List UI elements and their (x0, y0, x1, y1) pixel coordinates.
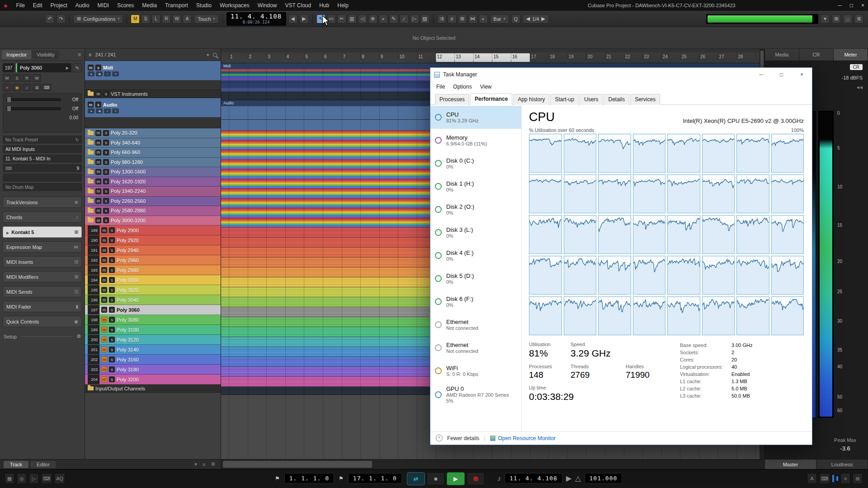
track-row-poly-2980[interactable]: 193msPoly 2980 (85, 265, 221, 275)
track-row-poly-2260-2560[interactable]: msPoly 2260-2560 (85, 197, 221, 206)
close-button[interactable]: × (861, 0, 864, 11)
solo-button[interactable]: s (109, 237, 115, 243)
track-row-poly-340-640[interactable]: msPoly 340-640 (85, 138, 221, 148)
tm-menu-options[interactable]: Options (449, 84, 476, 90)
tab-editor[interactable]: Editor (30, 461, 56, 468)
tab-inspector[interactable]: Inspector (2, 50, 31, 59)
menu-file[interactable]: File (12, 0, 28, 11)
mute-button[interactable]: m (101, 337, 107, 343)
m-button[interactable]: M (3, 74, 11, 82)
inspector-section-midi-inserts[interactable]: MIDI Inserts⊟ (3, 256, 82, 267)
quantize-q-button[interactable]: Q (511, 14, 520, 23)
inspector-section-kontakt-5[interactable]: ▶Kontakt 5⊞ (3, 226, 82, 238)
mute-tool[interactable]: × (379, 14, 388, 23)
tm-maximize-button[interactable]: □ (771, 68, 792, 81)
menu-media[interactable]: Media (138, 0, 161, 11)
tm-sidebar-cpu-0[interactable]: CPU81% 3.29 GHz (430, 106, 521, 129)
folder-icon[interactable] (88, 92, 94, 96)
lock-icon[interactable]: ▪ (104, 108, 111, 113)
folder-icon[interactable] (88, 141, 94, 145)
tm-sidebar-gpu-0-12[interactable]: GPU 0AMD Radeon R7 200 Series5% (430, 382, 521, 407)
track-row-poly-3200[interactable]: 204msPoly 3200 (85, 375, 221, 385)
tab-visibility[interactable]: Visibility (32, 50, 59, 59)
tm-sidebar-disk-3-l-5[interactable]: Disk 3 (L:)0% (430, 221, 521, 244)
mute-button[interactable]: m (101, 247, 107, 253)
output-routing-row[interactable]: 11. Kontakt 5 - MIDI In (3, 155, 82, 163)
folder-icon[interactable] (88, 160, 94, 164)
tm-menu-file[interactable]: File (432, 84, 449, 90)
inspector-section-quick-controls[interactable]: Quick Controls◉ (3, 316, 82, 327)
solo-button[interactable]: s (109, 366, 115, 372)
tm-close-button[interactable]: × (792, 68, 812, 81)
tempo-display[interactable]: 101.000 (585, 473, 623, 483)
solo-button[interactable]: s (95, 65, 101, 70)
solo-button[interactable]: s (109, 277, 115, 283)
track-row-audio[interactable]: msAudio●◀▪≡ (85, 98, 221, 117)
automation-mode-dropdown[interactable]: Touch ▾ (194, 14, 218, 23)
chevron-down-icon[interactable]: ▾ (193, 461, 199, 467)
menu-edit[interactable]: Edit (29, 0, 47, 11)
track-row-poly-2940[interactable]: 191msPoly 2940 (85, 245, 221, 255)
window-layout-button-2[interactable]: □ (843, 14, 852, 23)
solo-button[interactable]: s (109, 376, 115, 382)
mute-button[interactable]: m (88, 65, 94, 70)
drum-map-row[interactable]: No Drum Map (3, 183, 82, 191)
track-row-poly-2900[interactable]: 189msPoly 2900 (85, 225, 221, 235)
track-row-poly-2580-2880[interactable]: msPoly 2580-2880 (85, 206, 221, 216)
monitor-icon[interactable]: ◀ (96, 71, 103, 76)
search-icon[interactable] (213, 53, 217, 57)
midi-channel-row[interactable]: ⌨ 9 (3, 164, 82, 172)
menu-audio[interactable]: Audio (71, 0, 94, 11)
gear-icon[interactable]: ⚙ (76, 333, 81, 339)
track-name-dropdown[interactable]: Poly 3060 ▶ (16, 63, 71, 72)
tm-tab-performance[interactable]: Performance (470, 94, 512, 105)
edit-in-place-button[interactable]: ⌨ (42, 84, 51, 91)
folder-icon[interactable] (88, 131, 94, 135)
lane-display-button[interactable]: ⊞ (33, 84, 41, 91)
automation-a-button[interactable]: A (183, 14, 192, 23)
menu-hub[interactable]: Hub (315, 0, 333, 11)
mute-button[interactable]: m (95, 159, 101, 165)
mute-button[interactable]: m (95, 150, 101, 155)
menu-help[interactable]: Help (333, 0, 353, 11)
monitor-button[interactable]: ◉ (13, 84, 21, 91)
folder-icon[interactable] (88, 189, 94, 193)
tm-minimize-button[interactable]: ─ (751, 68, 771, 81)
w-button[interactable]: W (33, 74, 41, 82)
edit-channel-settings-button[interactable]: ✎ (73, 63, 82, 72)
hamburger-icon[interactable]: ≡ (89, 52, 91, 57)
mute-button[interactable]: m (95, 169, 101, 175)
rewind-icon[interactable]: ◀ (860, 85, 863, 89)
maximize-button[interactable]: □ (850, 0, 853, 11)
tm-tab-services[interactable]: Services (630, 94, 660, 105)
solo-button[interactable]: s (109, 247, 115, 253)
tm-sidebar-disk-5-d-7[interactable]: Disk 5 (D:)0% (430, 267, 521, 290)
track-row-poly-3060[interactable]: 197msPoly 3060 (85, 305, 221, 315)
snap-type-button[interactable]: ⊞ (458, 14, 467, 23)
automation-r-button[interactable]: R (162, 14, 171, 23)
undo-button[interactable]: ↶ (45, 14, 54, 23)
metronome-icon[interactable]: △ (575, 474, 580, 483)
tm-sidebar-disk-1-h-3[interactable]: Disk 1 (H:)0% (430, 175, 521, 198)
solo-button[interactable]: s (109, 267, 115, 273)
solo-button[interactable]: s (103, 159, 109, 165)
primary-time-display[interactable]: 11. 4. 4.108 0:00:26.124 (226, 12, 286, 26)
tm-menu-view[interactable]: View (476, 84, 496, 90)
tab-media[interactable]: Media (765, 49, 799, 61)
track-row-vst-instruments[interactable]: msVST Instruments (85, 90, 221, 98)
folder-icon[interactable] (88, 218, 94, 222)
inspector-section-midi-sends[interactable]: MIDI Sends⊡ (3, 286, 82, 297)
solo-button[interactable]: s (109, 257, 115, 263)
tm-sidebar-disk-2-o-4[interactable]: Disk 2 (O:)0% (430, 198, 521, 221)
solo-button[interactable]: s (109, 337, 115, 343)
tm-sidebar-memory-1[interactable]: Memory6.9/64.0 GB (11%) (430, 129, 521, 152)
menu-window[interactable]: Window (254, 0, 281, 11)
note-icon[interactable]: ♪ (23, 84, 31, 91)
track-preset-row[interactable]: No Track Preset ↻ (3, 136, 82, 144)
open-resource-monitor-link[interactable]: Open Resource Monitor (490, 435, 556, 441)
tm-sidebar-ethernet-10[interactable]: EthernetNot connected (430, 336, 521, 359)
draw-tool[interactable]: ✎ (389, 14, 398, 23)
mute-button[interactable]: m (101, 347, 107, 352)
quantize-dropdown[interactable]: ◀ 1/4 ▶ (523, 14, 549, 23)
mute-button[interactable]: m (95, 217, 101, 223)
